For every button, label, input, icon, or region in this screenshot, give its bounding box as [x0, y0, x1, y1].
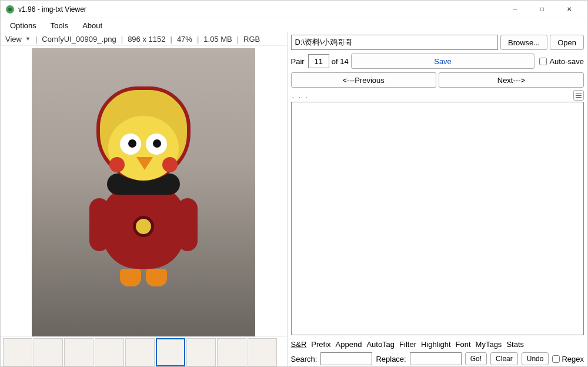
thumbnail[interactable] [3, 338, 32, 366]
path-input[interactable] [291, 35, 498, 50]
status-ellipsis: . . . [291, 91, 571, 100]
replace-input[interactable] [410, 352, 462, 365]
tab-autotag[interactable]: AutoTag [366, 340, 395, 349]
pair-label: Pair [291, 57, 305, 66]
thumbnail[interactable] [217, 338, 246, 366]
maximize-button[interactable]: □ [529, 1, 556, 18]
clear-button[interactable]: Clear [490, 352, 518, 365]
autosave-label: Auto-save [549, 57, 584, 66]
filename-label: ComfyUI_00909_.png [42, 35, 116, 44]
menu-about[interactable]: About [76, 20, 108, 31]
displayed-image [32, 48, 255, 336]
chevron-down-icon: ▼ [25, 36, 31, 42]
minimize-button[interactable]: ─ [502, 1, 529, 18]
thumbnail[interactable] [125, 338, 155, 366]
filesize-label: 1.05 MB [203, 35, 232, 44]
zoom-label: 47% [177, 35, 192, 44]
menu-tools[interactable]: Tools [45, 20, 74, 31]
right-pane: Browse... Open Pair of 14 Save Auto-save… [288, 32, 587, 367]
search-input[interactable] [320, 352, 372, 365]
browse-button[interactable]: Browse... [500, 35, 547, 50]
previous-button[interactable]: <---Previous [291, 72, 436, 88]
view-dropdown[interactable]: View ▼ [5, 35, 31, 44]
window-title: v1.96 - img-txt Viewer [18, 5, 502, 14]
image-viewer[interactable] [1, 46, 287, 336]
view-label: View [5, 35, 22, 44]
open-button[interactable]: Open [550, 35, 584, 50]
thumbnail-strip [1, 336, 287, 367]
menubar: Options Tools About [1, 18, 587, 32]
thumbnail-selected[interactable] [156, 338, 185, 366]
svg-point-1 [8, 8, 12, 11]
thumbnail[interactable] [95, 338, 124, 366]
left-pane: View ▼ | ComfyUI_00909_.png | 896 x 1152… [1, 32, 288, 367]
colormode-label: RGB [243, 35, 260, 44]
titlebar: v1.96 - img-txt Viewer ─ □ ✕ [1, 1, 587, 18]
thumbnail[interactable] [186, 338, 216, 366]
regex-label: Regex [562, 355, 584, 363]
close-button[interactable]: ✕ [556, 1, 583, 18]
undo-button[interactable]: Undo [522, 352, 549, 365]
thumbnail[interactable] [34, 338, 63, 366]
regex-input[interactable] [552, 355, 560, 363]
tab-stats[interactable]: Stats [506, 340, 524, 349]
next-button[interactable]: Next---> [439, 72, 584, 88]
hamburger-icon[interactable] [573, 90, 584, 101]
tool-tabs: S&R Prefix Append AutoTag Filter Highlig… [291, 338, 584, 350]
thumbnail[interactable] [64, 338, 93, 366]
caption-textarea[interactable] [291, 102, 584, 335]
tab-filter[interactable]: Filter [399, 340, 416, 349]
tab-font[interactable]: Font [456, 340, 471, 349]
view-toolbar: View ▼ | ComfyUI_00909_.png | 896 x 1152… [1, 32, 287, 46]
autosave-checkbox[interactable]: Auto-save [539, 57, 584, 66]
tab-prefix[interactable]: Prefix [311, 340, 330, 349]
app-icon [5, 5, 15, 14]
tab-sr[interactable]: S&R [291, 340, 307, 349]
tab-append[interactable]: Append [336, 340, 362, 349]
regex-checkbox[interactable]: Regex [552, 355, 584, 363]
save-button[interactable]: Save [351, 54, 535, 69]
thumbnail[interactable] [248, 338, 277, 366]
search-label: Search: [291, 355, 318, 363]
autosave-input[interactable] [539, 58, 547, 65]
go-button[interactable]: Go! [465, 352, 487, 365]
dimensions-label: 896 x 1152 [128, 35, 165, 44]
tab-mytags[interactable]: MyTags [476, 340, 502, 349]
menu-options[interactable]: Options [4, 20, 42, 31]
search-replace-row: Search: Replace: Go! Clear Undo Regex [291, 350, 584, 367]
tab-highlight[interactable]: Highlight [421, 340, 451, 349]
pair-index-input[interactable] [308, 54, 329, 68]
replace-label: Replace: [376, 355, 406, 363]
pair-total-label: of 14 [332, 57, 349, 66]
